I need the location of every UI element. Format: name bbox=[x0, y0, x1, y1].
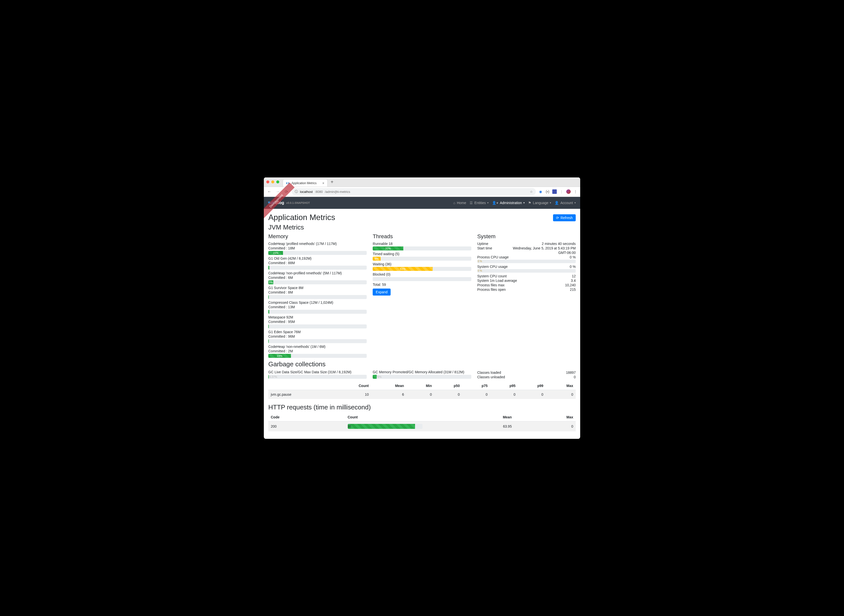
filesmax-v: 10,240 bbox=[565, 283, 576, 287]
minimize-window[interactable] bbox=[271, 180, 274, 183]
toolbar: ← → ⟳ ⓘ localhost:8080/admin/jhi-metrics… bbox=[264, 187, 580, 197]
memory-row-title: G1 Eden Space 76M bbox=[268, 330, 367, 334]
gc-header: p95 bbox=[490, 382, 518, 390]
threads-heading: Threads bbox=[373, 233, 471, 240]
start-k: Start time bbox=[477, 246, 513, 250]
nav-entities-label: Entities bbox=[474, 201, 486, 205]
http-h-count: Count bbox=[345, 413, 437, 421]
close-tab-icon[interactable]: × bbox=[322, 181, 324, 185]
nav-account-label: Account bbox=[560, 201, 573, 205]
cpucount-v: 12 bbox=[572, 274, 576, 278]
chevron-down-icon: ▾ bbox=[550, 201, 551, 204]
back-button[interactable]: ← bbox=[266, 189, 272, 194]
system-block: System Uptime2 minutes 40 seconds Start … bbox=[477, 233, 576, 359]
http-count: 30 bbox=[348, 425, 351, 428]
threads-timed-bar: 8% bbox=[373, 257, 471, 261]
maximize-window[interactable] bbox=[276, 180, 279, 183]
system-heading: System bbox=[477, 233, 576, 240]
ext-icon-3[interactable]: ! bbox=[552, 189, 557, 194]
http-code: 200 bbox=[268, 421, 345, 431]
pcpu-v: 0 % bbox=[570, 255, 576, 259]
gc-heading: Garbage collections bbox=[268, 360, 576, 368]
logo-icon bbox=[268, 202, 274, 204]
gc-cell: 6 bbox=[371, 390, 407, 399]
nav-language[interactable]: ⚑ Language ▾ bbox=[528, 201, 551, 205]
window-titlebar: Application Metrics × + bbox=[264, 177, 580, 187]
chevron-down-icon: ▾ bbox=[487, 201, 488, 204]
gc-cell: 0 bbox=[407, 390, 434, 399]
pcpu-k: Process CPU usage bbox=[477, 255, 570, 259]
profile-avatar[interactable] bbox=[566, 189, 571, 194]
start-v: Wednesday, June 5, 2019 at 5:43:19 PM bbox=[513, 246, 576, 250]
classes-loaded-k: Classes loaded bbox=[477, 371, 566, 374]
memory-row-title: G1 Survivor Space 8M bbox=[268, 286, 367, 290]
memory-row-committed: Committed : 96M bbox=[268, 334, 367, 339]
load-k: System 1m Load average bbox=[477, 279, 571, 283]
expand-button[interactable]: Expand bbox=[373, 289, 390, 296]
threads-timed-pct: 8% bbox=[375, 257, 379, 261]
gc-row-name: jvm.gc.pause bbox=[268, 390, 333, 399]
jvm-heading: JVM Metrics bbox=[268, 223, 576, 231]
http-table: Code Count Mean Max 200 30 63.95 0 bbox=[268, 413, 576, 431]
page-title: Application Metrics bbox=[268, 213, 335, 222]
nav-account[interactable]: 👤 Account ▾ bbox=[555, 201, 576, 205]
gc-header: Count bbox=[333, 382, 371, 390]
http-h-mean: Mean bbox=[437, 413, 514, 421]
load-v: 3.4 bbox=[571, 279, 576, 283]
nav-home-label: Home bbox=[457, 201, 466, 205]
traffic-lights bbox=[266, 180, 279, 183]
memory-row-committed: Committed : 8M bbox=[268, 290, 367, 294]
star-icon[interactable]: ☆ bbox=[530, 190, 533, 194]
flag-icon: ⚑ bbox=[528, 201, 531, 205]
table-row: 200 30 63.95 0 bbox=[268, 421, 576, 431]
forward-button[interactable]: → bbox=[275, 189, 281, 194]
menu-icon[interactable]: ⋮ bbox=[573, 189, 578, 194]
scpu-k: System CPU usage bbox=[477, 265, 570, 268]
memory-row-title: Compressed Class Space (12M / 1,024M) bbox=[268, 301, 367, 305]
uptime-k: Uptime bbox=[477, 242, 542, 246]
memory-row-committed: Committed : 6M bbox=[268, 276, 367, 280]
close-window[interactable] bbox=[266, 180, 269, 183]
address-bar[interactable]: ⓘ localhost:8080/admin/jhi-metrics ☆ bbox=[292, 188, 536, 195]
memory-row-committed: Committed : 95M bbox=[268, 320, 367, 324]
memory-row-title: Metaspace 92M bbox=[268, 315, 367, 319]
url-port: :8080 bbox=[315, 190, 323, 194]
nav-home[interactable]: ⌂ Home bbox=[453, 201, 466, 205]
http-h-max: Max bbox=[514, 413, 576, 421]
reload-button[interactable]: ⟳ bbox=[283, 189, 289, 194]
gc-header: Max bbox=[546, 382, 576, 390]
uptime-v: 2 minutes 40 seconds bbox=[542, 242, 576, 246]
http-h-code: Code bbox=[268, 413, 345, 421]
refresh-button[interactable]: ⟳ Refresh bbox=[553, 214, 576, 221]
gc-cell: 0 bbox=[434, 390, 462, 399]
classes-unloaded-k: Classes unloaded bbox=[477, 375, 574, 379]
gc-header: Mean bbox=[371, 382, 407, 390]
nav-entities[interactable]: ☰ Entities ▾ bbox=[470, 201, 488, 205]
http-max: 0 bbox=[514, 421, 576, 431]
ext-icon-2[interactable]: (▪) bbox=[545, 189, 550, 194]
new-tab-button[interactable]: + bbox=[331, 179, 334, 185]
http-count-bar: 30 bbox=[348, 424, 422, 429]
gc-header: Min bbox=[407, 382, 434, 390]
gc-cell: 0 bbox=[490, 390, 518, 399]
cpucount-k: System CPU count bbox=[477, 274, 572, 278]
memory-row-committed: Committed : 13M bbox=[268, 305, 367, 309]
brand-text: Blog bbox=[275, 201, 284, 205]
gc-promoted-bar: 3.79% bbox=[373, 375, 471, 379]
brand[interactable]: Blog v0.0.1-SNAPSHOT bbox=[268, 201, 310, 205]
gc-cell: 0 bbox=[462, 390, 490, 399]
pcpu-bar: 0 % bbox=[477, 260, 576, 263]
tab-title: Application Metrics bbox=[292, 182, 316, 185]
browser-tab[interactable]: Application Metrics × bbox=[283, 179, 328, 187]
threads-runnable-bar: 31% bbox=[373, 246, 471, 251]
nav-administration[interactable]: 👤+ Administration ▾ bbox=[492, 201, 525, 205]
scpu-v: 0 % bbox=[570, 265, 576, 268]
threads-block: Threads Runnable 18 31% Timed waiting (5… bbox=[373, 233, 471, 359]
threads-timed-label: Timed waiting (5) bbox=[373, 252, 471, 256]
ext-icon-1[interactable]: ◉ bbox=[538, 189, 543, 194]
memory-row-title: CodeHeap 'non-profiled nmethods' (5M / 1… bbox=[268, 271, 367, 275]
app-navbar: Blog v0.0.1-SNAPSHOT ⌂ Home ☰ Entities ▾… bbox=[264, 197, 580, 209]
threads-runnable-label: Runnable 18 bbox=[373, 242, 471, 246]
refresh-label: Refresh bbox=[561, 216, 573, 220]
memory-progress: 5% bbox=[268, 280, 367, 285]
